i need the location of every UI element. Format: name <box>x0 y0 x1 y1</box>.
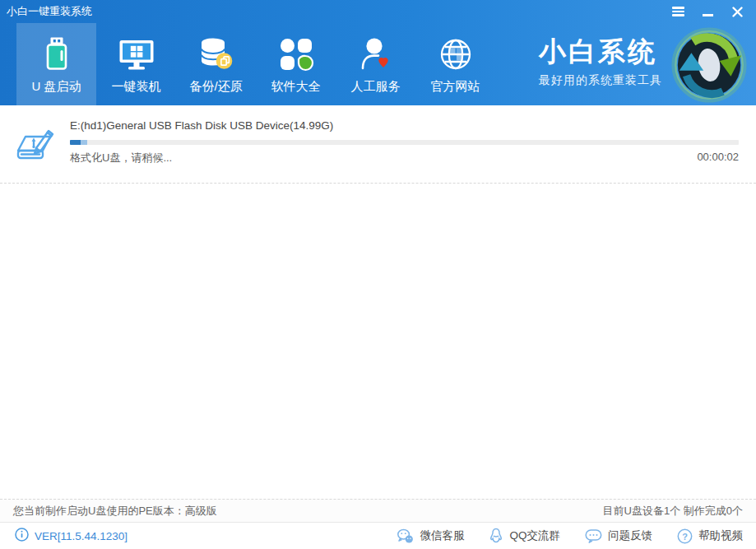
brand-name: 小白系统 <box>539 37 657 67</box>
database-backup-icon <box>196 34 237 75</box>
status-bar: 您当前制作启动U盘使用的PE版本：高级版 目前U盘设备1个 制作完成0个 <box>0 499 756 523</box>
globe-icon <box>435 34 476 75</box>
app-window: 小白一键重装系统 <box>0 0 756 549</box>
device-summary-label: 目前U盘设备1个 制作完成0个 <box>603 504 743 519</box>
main-nav: U 盘启动 一键装机 <box>0 23 756 105</box>
menu-icon[interactable] <box>669 3 687 20</box>
close-icon[interactable] <box>728 3 746 20</box>
nav-item-usb-boot[interactable]: U 盘启动 <box>16 23 96 105</box>
nav-label: 官方网站 <box>431 79 480 95</box>
progress-fill <box>70 140 81 145</box>
person-heart-icon <box>355 34 397 75</box>
feedback-link[interactable]: 问题反馈 <box>585 528 652 544</box>
elapsed-time: 00:00:02 <box>697 151 739 165</box>
minimize-icon[interactable] <box>698 3 717 20</box>
help-circle-icon: ? <box>677 528 693 544</box>
nav-label: 一键装机 <box>112 79 161 95</box>
version-info[interactable]: VER[11.5.44.1230] <box>15 528 128 544</box>
wechat-icon <box>397 528 414 544</box>
nav-item-software[interactable]: 软件大全 <box>256 23 336 105</box>
brand-tagline: 最好用的系统重装工具 <box>539 73 662 88</box>
version-text: VER[11.5.44.1230] <box>35 530 128 542</box>
footer-link-label: 微信客服 <box>420 528 464 543</box>
footer-link-label: 帮助视频 <box>698 528 743 543</box>
dashed-separator <box>0 183 756 184</box>
info-icon <box>15 528 29 544</box>
footer-link-label: 问题反馈 <box>608 528 652 543</box>
disk-write-icon <box>13 121 59 167</box>
clover-apps-icon <box>276 34 317 75</box>
footer-link-label: QQ交流群 <box>509 528 560 543</box>
qq-group-link[interactable]: QQ交流群 <box>489 528 560 544</box>
help-video-link[interactable]: ? 帮助视频 <box>677 528 743 544</box>
task-status-text: 格式化U盘，请稍候... <box>70 151 172 165</box>
nav-item-one-key-install[interactable]: 一键装机 <box>96 23 176 105</box>
svg-text:?: ? <box>682 531 688 541</box>
task-body: E:(hd1)General USB Flash Disk USB Device… <box>70 119 739 167</box>
task-panel: E:(hd1)General USB Flash Disk USB Device… <box>0 105 756 167</box>
app-header: 小白一键重装系统 <box>0 0 756 105</box>
nav-item-support[interactable]: 人工服务 <box>336 23 415 105</box>
window-title: 小白一键重装系统 <box>7 4 92 19</box>
titlebar: 小白一键重装系统 <box>0 0 756 23</box>
progress-buffer <box>81 140 87 145</box>
footer-links: 微信客服 QQ交流群 <box>397 528 743 544</box>
task-status-row: 格式化U盘，请稍候... 00:00:02 <box>70 151 739 165</box>
nav-item-website[interactable]: 官方网站 <box>415 23 495 105</box>
qq-icon <box>489 528 503 544</box>
recycle-arrows-logo-icon <box>670 25 748 104</box>
nav-label: 备份/还原 <box>189 79 242 95</box>
nav-item-backup-restore[interactable]: 备份/还原 <box>176 23 256 105</box>
pe-version-label: 您当前制作启动U盘使用的PE版本：高级版 <box>13 504 217 519</box>
nav-label: 软件大全 <box>271 79 321 95</box>
nav-label: 人工服务 <box>351 79 401 95</box>
wechat-support-link[interactable]: 微信客服 <box>397 528 464 544</box>
feedback-bubble-icon <box>585 528 602 544</box>
window-controls <box>669 3 746 20</box>
device-label: E:(hd1)General USB Flash Disk USB Device… <box>70 119 739 133</box>
nav-label: U 盘启动 <box>32 79 81 95</box>
usb-drive-icon <box>36 34 77 75</box>
footer-bar: VER[11.5.44.1230] 微信客服 <box>0 523 756 549</box>
monitor-windows-icon <box>116 34 157 75</box>
progress-bar <box>70 140 739 145</box>
content-area: E:(hd1)General USB Flash Disk USB Device… <box>0 105 756 499</box>
brand-block: 小白系统 最好用的系统重装工具 <box>539 23 662 105</box>
